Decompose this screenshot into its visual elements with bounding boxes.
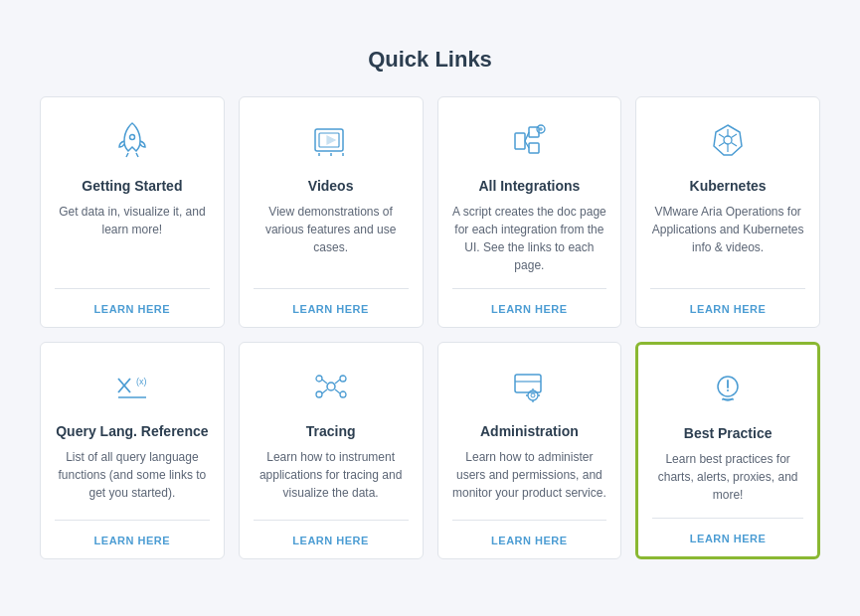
svg-point-39 [531,393,535,397]
card-desc-kubernetes: VMware Aria Operations for Applications … [650,203,805,274]
kubernetes-icon [702,115,754,167]
card-title-all-integrations: All Integrations [478,177,580,195]
card-desc-tracing: Learn how to instrument applications for… [254,448,409,506]
card-videos[interactable]: Videos View demonstrations of various fe… [239,96,424,328]
card-title-best-practice: Best Practice [684,424,773,442]
admin-icon [503,361,555,412]
tracing-icon [305,361,357,412]
svg-line-20 [732,142,738,146]
card-title-videos: Videos [308,177,354,195]
svg-line-35 [335,389,340,393]
card-query-lang[interactable]: (x) Query Lang. Reference List of all qu… [40,342,225,559]
svg-point-27 [327,383,335,390]
card-footer-kubernetes: LEARN HERE [650,288,805,327]
card-link-getting-started[interactable]: LEARN HERE [94,303,171,315]
svg-marker-3 [327,136,335,144]
rocket-icon [106,115,158,167]
svg-rect-36 [515,375,541,392]
svg-line-33 [335,380,340,384]
svg-point-29 [340,376,346,382]
page-wrapper: Quick Links Getting Started Get data in,… [0,17,860,599]
svg-point-30 [316,391,322,397]
card-link-kubernetes[interactable]: LEARN HERE [690,303,767,315]
card-desc-query-lang: List of all query language functions (an… [55,448,210,506]
card-administration[interactable]: Administration Learn how to administer u… [437,342,622,559]
card-desc-videos: View demonstrations of various features … [254,203,409,274]
svg-point-0 [129,134,134,139]
card-link-all-integrations[interactable]: LEARN HERE [491,303,568,315]
card-link-tracing[interactable]: LEARN HERE [292,535,369,546]
card-footer-query-lang: LEARN HERE [55,520,210,558]
svg-point-46 [727,389,729,391]
card-title-kubernetes: Kubernetes [690,177,767,195]
card-title-query-lang: Query Lang. Reference [56,422,208,440]
card-desc-best-practice: Learn best practices for charts, alerts,… [652,450,803,504]
card-footer-videos: LEARN HERE [254,288,409,327]
card-link-videos[interactable]: LEARN HERE [292,303,369,315]
card-all-integrations[interactable]: All Integrations A script creates the do… [437,96,622,328]
card-footer-all-integrations: LEARN HERE [452,288,607,327]
card-title-getting-started: Getting Started [82,177,182,195]
card-footer-getting-started: LEARN HERE [55,288,210,327]
card-best-practice[interactable]: Best Practice Learn best practices for c… [635,342,820,559]
bestpractice-icon [702,363,754,414]
card-kubernetes[interactable]: Kubernetes VMware Aria Operations for Ap… [635,96,820,328]
svg-line-32 [322,380,327,384]
card-title-tracing: Tracing [306,422,356,440]
card-desc-administration: Learn how to administer users and permis… [452,448,607,506]
svg-line-19 [719,134,725,138]
svg-line-34 [322,389,327,393]
card-link-administration[interactable]: LEARN HERE [491,535,568,546]
svg-line-22 [719,142,725,146]
svg-text:(x): (x) [136,377,147,386]
svg-point-28 [316,376,322,382]
svg-point-16 [724,136,732,144]
card-footer-best-practice: LEARN HERE [652,518,803,556]
page-title: Quick Links [40,47,820,73]
card-title-administration: Administration [480,422,579,440]
card-desc-all-integrations: A script creates the doc page for each i… [452,203,607,274]
card-tracing[interactable]: Tracing Learn how to instrument applicat… [239,342,424,559]
card-footer-tracing: LEARN HERE [254,520,409,558]
video-icon [305,115,357,167]
svg-rect-9 [529,143,539,153]
svg-point-31 [340,391,346,397]
card-link-query-lang[interactable]: LEARN HERE [94,535,171,546]
card-getting-started[interactable]: Getting Started Get data in, visualize i… [40,96,225,328]
svg-line-21 [732,134,738,138]
quick-links-grid: Getting Started Get data in, visualize i… [40,96,820,559]
card-desc-getting-started: Get data in, visualize it, and learn mor… [55,203,210,274]
svg-rect-7 [515,133,525,149]
card-footer-administration: LEARN HERE [452,520,607,558]
integrations-icon [503,115,555,167]
card-link-best-practice[interactable]: LEARN HERE [690,533,767,544]
query-icon: (x) [106,361,158,412]
